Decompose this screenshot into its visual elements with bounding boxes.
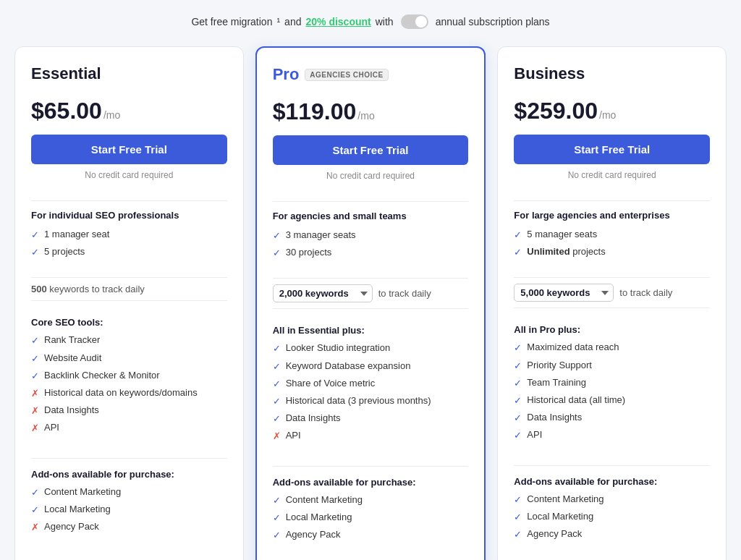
tools-title-business: All in Pro plus: bbox=[514, 324, 710, 335]
list-item-text: Share of Voice metric bbox=[286, 377, 376, 390]
check-icon: ✓ bbox=[273, 378, 281, 391]
list-item-text: Content Marketing bbox=[286, 493, 363, 506]
check-icon: ✓ bbox=[31, 334, 39, 347]
list-item-text: 5 manager seats bbox=[527, 228, 597, 241]
list-item-text: Content Marketing bbox=[44, 485, 121, 499]
highlight-list-business: ✓5 manager seats✓Unlimited projects bbox=[514, 228, 710, 263]
list-item: ✓API bbox=[514, 428, 710, 442]
plan-price-essential: $65.00/mo bbox=[31, 98, 227, 124]
addons-title-business: Add-ons available for purchase: bbox=[514, 465, 710, 487]
addons-list-business: ✓Content Marketing✓Local Marketing✓Agenc… bbox=[514, 493, 710, 546]
price-period-pro: /mo bbox=[357, 110, 374, 122]
list-item: ✓Rank Tracker bbox=[31, 334, 227, 347]
list-item-text: Agency Pack bbox=[44, 520, 99, 533]
list-item: ✗API bbox=[273, 429, 469, 443]
check-icon: ✓ bbox=[514, 511, 522, 524]
list-item-text: Data Insights bbox=[44, 404, 99, 417]
plan-card-business: Business$259.00/moStart Free TrialNo cre… bbox=[497, 46, 727, 560]
plan-tagline-pro: For agencies and small teams bbox=[273, 211, 469, 221]
list-item-text: 30 projects bbox=[286, 246, 332, 259]
keywords-select-pro[interactable]: 2,000 keywords5,000 keywords10,000 keywo… bbox=[273, 284, 373, 302]
list-item: ✓Website Audit bbox=[31, 352, 227, 365]
list-item: ✗Data Insights bbox=[31, 404, 227, 417]
list-item: ✗Agency Pack bbox=[31, 520, 227, 534]
price-amount-pro: $119.00 bbox=[273, 98, 357, 125]
list-item: ✓Share of Voice metric bbox=[273, 377, 469, 391]
list-item-text: Historical data (all time) bbox=[527, 394, 625, 407]
list-item: ✓Agency Pack bbox=[273, 528, 469, 542]
plan-name-text-essential: Essential bbox=[31, 64, 101, 83]
keywords-suffix: to track daily bbox=[619, 287, 672, 298]
check-icon: ✓ bbox=[31, 370, 39, 383]
list-item: ✓Local Marketing bbox=[514, 510, 710, 524]
plan-price-pro: $119.00/mo bbox=[273, 98, 469, 125]
keywords-row-essential: 500 keywords to track daily bbox=[31, 277, 227, 301]
subscription-label: annual subscription plans bbox=[436, 16, 550, 27]
cross-icon: ✗ bbox=[273, 430, 281, 443]
list-item: ✓Local Marketing bbox=[31, 503, 227, 517]
banner-footnote: ¹ bbox=[276, 16, 280, 27]
cross-icon: ✗ bbox=[31, 422, 39, 435]
list-item-text: 3 manager seats bbox=[286, 229, 356, 242]
list-item-text: Agency Pack bbox=[286, 528, 341, 541]
price-amount-business: $259.00 bbox=[514, 98, 598, 124]
check-icon: ✓ bbox=[31, 229, 39, 242]
tools-title-essential: Core SEO tools: bbox=[31, 317, 227, 328]
plan-card-essential: Essential$65.00/moStart Free TrialNo cre… bbox=[14, 46, 244, 560]
list-item-text: Keyword Database expansion bbox=[286, 360, 411, 373]
check-icon: ✓ bbox=[273, 512, 281, 525]
tools-list-pro: ✓Looker Studio integration✓Keyword Datab… bbox=[273, 341, 469, 446]
cta-button-pro[interactable]: Start Free Trial bbox=[273, 135, 469, 165]
list-item-text: Agency Pack bbox=[527, 527, 582, 540]
list-item: ✓Data Insights bbox=[514, 411, 710, 425]
check-icon: ✓ bbox=[514, 412, 522, 425]
banner-text-before: Get free migration bbox=[191, 16, 272, 27]
list-item: ✓5 projects bbox=[31, 245, 227, 259]
check-icon: ✓ bbox=[514, 528, 522, 541]
list-item-text: Local Marketing bbox=[44, 503, 111, 516]
annual-toggle[interactable] bbox=[401, 14, 428, 29]
list-item-text: Team Training bbox=[527, 376, 586, 389]
plan-price-business: $259.00/mo bbox=[514, 98, 710, 124]
keywords-row-business: 5,000 keywords10,000 keywords20,000 keyw… bbox=[514, 277, 710, 308]
highlight-list-pro: ✓3 manager seats✓30 projects bbox=[273, 229, 469, 263]
price-amount-essential: $65.00 bbox=[31, 98, 102, 124]
list-item-text: 5 projects bbox=[44, 245, 85, 258]
keywords-select-business[interactable]: 5,000 keywords10,000 keywords20,000 keyw… bbox=[514, 284, 614, 302]
list-item-text: Local Marketing bbox=[527, 510, 593, 523]
toggle-knob bbox=[415, 16, 427, 27]
list-item: ✓Data Insights bbox=[273, 412, 469, 425]
plan-tagline-business: For large agencies and enterprises bbox=[514, 210, 710, 221]
price-period-essential: /mo bbox=[103, 109, 120, 121]
list-item: ✓Historical data (3 previous months) bbox=[273, 394, 469, 408]
list-item: ✓Content Marketing bbox=[31, 485, 227, 499]
plan-name-text-business: Business bbox=[514, 64, 585, 83]
cta-button-business[interactable]: Start Free Trial bbox=[514, 135, 710, 164]
highlight-list-essential: ✓1 manager seat✓5 projects bbox=[31, 228, 227, 263]
list-item: ✓Looker Studio integration bbox=[273, 341, 469, 355]
list-item-text: API bbox=[527, 428, 542, 441]
list-item-text: Data Insights bbox=[286, 412, 341, 425]
no-cc-essential: No credit card required bbox=[31, 170, 227, 180]
check-icon: ✓ bbox=[514, 493, 522, 506]
plan-card-pro: ProAGENCIES CHOICE$119.00/moStart Free T… bbox=[255, 46, 486, 560]
list-item-text: Historical data (3 previous months) bbox=[286, 394, 431, 407]
check-icon: ✓ bbox=[273, 529, 281, 542]
addons-title-pro: Add-ons available for purchase: bbox=[273, 466, 469, 488]
divider bbox=[514, 200, 710, 201]
list-item-text: API bbox=[286, 429, 301, 442]
plan-name-text-pro: Pro bbox=[273, 65, 300, 84]
list-item: ✓Content Marketing bbox=[514, 493, 710, 506]
list-item: ✓Maximized data reach bbox=[514, 341, 710, 355]
keywords-row-pro: 2,000 keywords5,000 keywords10,000 keywo… bbox=[273, 278, 469, 309]
list-item: ✓5 manager seats bbox=[514, 228, 710, 242]
list-item-text: Data Insights bbox=[527, 411, 582, 424]
cta-button-essential[interactable]: Start Free Trial bbox=[31, 135, 227, 164]
divider bbox=[31, 200, 227, 201]
list-item: ✓Local Marketing bbox=[273, 511, 469, 525]
addons-list-pro: ✓Content Marketing✓Local Marketing✓Agenc… bbox=[273, 493, 469, 546]
cross-icon: ✗ bbox=[31, 521, 39, 534]
no-cc-pro: No credit card required bbox=[273, 171, 469, 181]
check-icon: ✓ bbox=[31, 352, 39, 365]
check-icon: ✓ bbox=[514, 377, 522, 390]
